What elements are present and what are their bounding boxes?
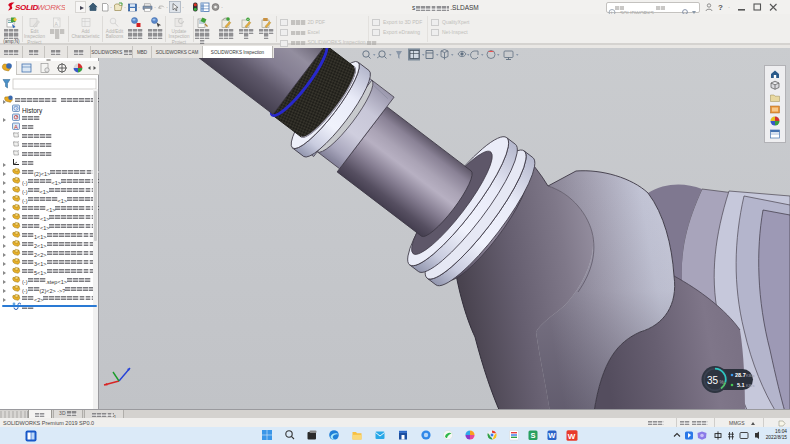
svg-text:S: S bbox=[531, 431, 536, 440]
svg-text:·: · bbox=[154, 4, 156, 10]
svg-text:·: · bbox=[124, 4, 126, 10]
svg-text:·: · bbox=[166, 4, 168, 10]
svg-text:28.7: 28.7 bbox=[735, 372, 746, 378]
svg-text:·: · bbox=[728, 4, 730, 10]
svg-text:·: · bbox=[110, 4, 112, 10]
svg-text:KB/s: KB/s bbox=[746, 373, 754, 378]
svg-text:SOLID: SOLID bbox=[15, 3, 38, 12]
svg-text:WORKS: WORKS bbox=[37, 3, 65, 12]
svg-text:KB/s: KB/s bbox=[746, 383, 754, 388]
svg-text:W: W bbox=[568, 432, 576, 441]
svg-text:35: 35 bbox=[707, 375, 719, 386]
svg-text:%: % bbox=[720, 379, 725, 385]
svg-text:·: · bbox=[138, 4, 140, 10]
svg-text:·: · bbox=[182, 4, 184, 10]
svg-text:?: ? bbox=[718, 3, 723, 12]
svg-text:W: W bbox=[548, 431, 556, 440]
svg-text:5.1: 5.1 bbox=[737, 382, 745, 388]
svg-text:·: · bbox=[221, 4, 223, 10]
